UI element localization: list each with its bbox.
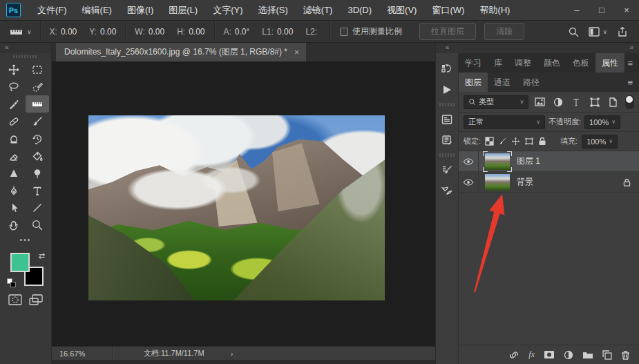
layers-panel-menu-icon[interactable]: ≡ [627,77,639,88]
photo-dolomites[interactable] [88,115,385,300]
layer-row-background[interactable]: 背景 [459,172,639,193]
new-layer-icon[interactable] [602,350,612,360]
filter-pixel-layers-icon[interactable] [532,95,547,109]
maximize-button[interactable]: □ [589,0,614,21]
default-colors-icon[interactable] [7,278,16,287]
collapse-tools-icon[interactable]: « [0,43,51,53]
lock-pixels-icon[interactable] [498,137,507,146]
actions-panel-icon[interactable] [436,79,458,100]
layer-style-fx-icon[interactable]: fx [528,349,535,360]
move-tool[interactable] [2,61,26,78]
add-layer-mask-icon[interactable] [544,350,555,359]
menu-filter[interactable]: 滤镜(T) [296,0,341,21]
menu-help[interactable]: 帮助(H) [472,0,517,21]
layer-name[interactable]: 图层 1 [517,155,540,167]
foreground-color-swatch[interactable] [10,253,30,272]
close-button[interactable]: × [614,0,639,21]
clone-stamp-tool[interactable] [2,130,26,147]
menu-select[interactable]: 选择(S) [250,0,295,21]
tab-color[interactable]: 颜色 [537,53,566,73]
clear-button[interactable]: 清除 [484,23,524,40]
menu-edit[interactable]: 编辑(E) [75,0,120,21]
brushes-panel-icon[interactable] [436,180,458,201]
filter-type-layers-icon[interactable] [569,95,584,109]
document-tab[interactable]: Dolomites_Italy_2560x1600.jpg @ 16.7% (图… [56,43,306,61]
layer-name[interactable]: 背景 [517,176,533,188]
expand-panels-icon[interactable]: « [436,43,459,53]
swap-colors-icon[interactable]: ⇄ [39,251,45,260]
menu-file[interactable]: 文件(F) [30,0,75,21]
lasso-tool[interactable] [2,78,26,95]
tab-paths[interactable]: 路径 [517,73,546,92]
edit-toolbar-icon[interactable]: ••• [20,233,32,249]
pen-tool[interactable] [2,182,26,199]
lock-all-icon[interactable] [538,137,546,146]
lock-position-icon[interactable] [511,137,520,146]
tab-swatches[interactable]: 色板 [566,53,595,73]
use-measurement-scale-checkbox[interactable]: 使用测量比例 [333,26,409,37]
new-adjustment-layer-icon[interactable] [564,350,573,360]
menu-window[interactable]: 窗口(W) [424,0,472,21]
layer-filtering-toggle[interactable] [625,95,634,109]
paint-bucket-tool[interactable] [26,147,49,164]
layer-filter-type-dropdown[interactable]: 类型 ∨ [464,95,528,109]
new-group-icon[interactable] [582,350,593,359]
ruler-tool[interactable] [26,95,49,113]
hand-tool[interactable] [2,216,26,233]
search-icon[interactable] [568,26,579,37]
checkbox-icon[interactable] [340,28,348,36]
fill-dropdown[interactable]: 100% ∨ [582,135,618,149]
brush-settings-panel-icon[interactable] [436,160,458,180]
history-brush-tool[interactable] [26,130,49,147]
rectangular-marquee-tool[interactable] [26,61,49,78]
layer-thumbnail[interactable] [484,173,511,191]
share-icon[interactable] [617,26,628,37]
workspace-switcher[interactable]: ∨ [589,27,607,37]
filter-shape-layers-icon[interactable] [587,95,602,109]
layer-row-layer1[interactable]: 图层 1 [459,151,639,172]
opacity-dropdown[interactable]: 100% ∨ [584,115,620,129]
zoom-level-field[interactable]: 16.67% [52,349,113,358]
spot-healing-brush-tool[interactable] [2,113,26,130]
tab-adjustments[interactable]: 调整 [508,53,537,73]
paragraph-panel-icon[interactable] [436,130,458,151]
history-panel-icon[interactable] [436,59,458,79]
tool-preset-dropdown[interactable]: ∨ [0,27,37,37]
screen-mode-icon[interactable] [29,294,43,305]
visibility-eye-icon[interactable] [459,151,479,171]
tab-libraries[interactable]: 库 [488,53,508,73]
canvas[interactable] [52,62,435,346]
menu-layer[interactable]: 图层(L) [161,0,205,21]
quick-selection-tool[interactable] [26,78,49,95]
layer-thumbnail[interactable] [484,153,511,171]
filter-smart-objects-icon[interactable] [606,95,621,109]
minimize-button[interactable]: – [564,0,589,21]
menu-image[interactable]: 图像(I) [120,0,161,21]
eyedropper-tool[interactable] [2,95,26,113]
filter-adjustment-layers-icon[interactable] [551,95,566,109]
dodge-tool[interactable] [26,164,49,182]
lock-transparency-icon[interactable] [485,137,494,146]
menu-3d[interactable]: 3D(D) [340,0,379,21]
blend-mode-dropdown[interactable]: 正常 ∨ [464,115,545,129]
eraser-tool[interactable] [2,147,26,164]
close-tab-icon[interactable]: × [294,48,299,57]
brush-tool[interactable] [26,113,49,130]
tab-layers[interactable]: 图层 [459,73,488,92]
menu-view[interactable]: 视图(V) [379,0,424,21]
panel-menu-icon[interactable]: ≡ [627,58,639,68]
status-chevron-icon[interactable]: › [204,349,233,358]
tab-channels[interactable]: 通道 [488,73,517,92]
character-panel-icon[interactable] [436,109,458,130]
sharpen-tool[interactable] [2,164,26,182]
tab-properties[interactable]: 属性 [595,53,624,73]
link-layers-icon[interactable] [508,350,519,360]
tools-grip[interactable] [13,55,38,58]
straighten-layer-button[interactable]: 拉直图层 [419,23,476,40]
collapse-panels-icon[interactable]: » [459,43,639,53]
type-tool[interactable] [26,182,49,199]
delete-layer-icon[interactable] [621,350,630,360]
lock-artboard-icon[interactable] [524,137,534,146]
quick-mask-icon[interactable] [8,294,22,305]
menu-type[interactable]: 文字(Y) [205,0,250,21]
